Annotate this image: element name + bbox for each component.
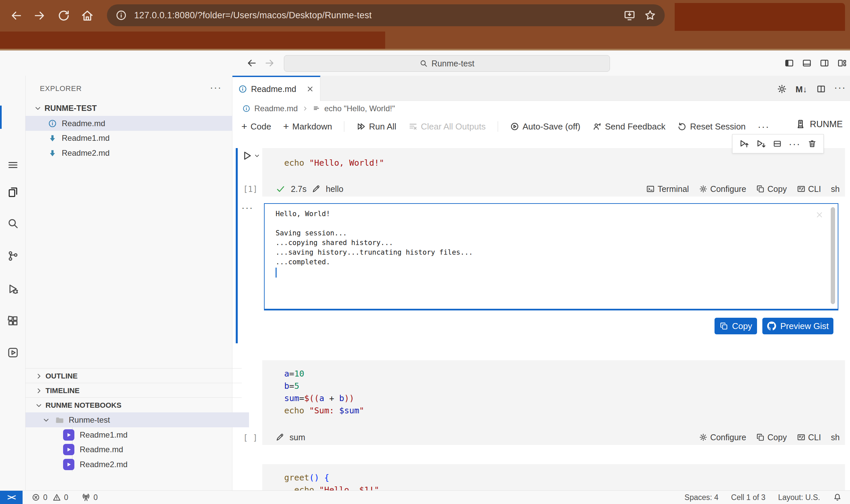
notebook-item-readme-md[interactable]: Readme.md [25,442,270,457]
browser-theme-frame-left [0,32,385,49]
open-markdown-preview-icon[interactable]: M↓ [796,84,807,95]
add-code-cell-button[interactable]: + Code [241,121,271,132]
url-text[interactable]: 127.0.0.1:8080/?folder=/Users/macos/Desk… [134,10,372,21]
output-scrollbar[interactable] [831,207,835,304]
cell-status-left: 2.7s hello [276,184,343,194]
auto-save-toggle[interactable]: Auto-Save (off) [510,122,580,132]
execute-above-icon[interactable] [739,139,749,149]
run-debug-icon[interactable] [7,283,19,295]
breadcrumb-file[interactable]: Readme.md [254,104,298,113]
run-all-button[interactable]: Run All [356,122,396,132]
cell-status-right: Configure Copy CLI sh [699,433,840,442]
split-cell-icon[interactable] [773,139,782,148]
screen-cast-icon[interactable] [623,9,635,21]
explorer-files-icon[interactable] [7,186,19,198]
history-back-icon[interactable] [246,58,257,68]
breadcrumb-cell[interactable]: echo "Hello, World!" [324,104,395,113]
editor-more-actions[interactable]: ··· [834,86,846,89]
customize-layout-icon[interactable] [837,58,847,68]
tree-item-readme1-md[interactable]: Readme1.md [25,130,255,145]
language-picker[interactable]: sh [831,184,840,194]
search-sidebar-icon[interactable] [7,217,19,230]
bookmark-star-icon[interactable] [644,9,656,21]
preview-gist-button[interactable]: Preview Gist [762,318,833,334]
run-options-chevron-icon[interactable] [254,152,260,159]
cell-more-actions[interactable]: ··· [789,142,800,145]
section-timeline[interactable]: TIMELINE [25,383,242,398]
pencil-icon [312,185,321,193]
output-copy-button[interactable]: Copy [715,318,757,334]
pencil-icon [276,433,284,442]
terminal-cursor [276,268,276,277]
configure-button[interactable]: Configure [699,433,746,442]
output-gutter-more[interactable]: ··· [241,206,253,209]
tab-close-icon[interactable] [306,85,314,93]
tree-item-readme-md[interactable]: Readme.md [25,116,255,131]
menu-hamburger-icon[interactable] [7,159,19,171]
history-forward-icon[interactable] [264,58,275,68]
add-markdown-cell-button[interactable]: + Markdown [283,121,332,132]
notebook-item-readme1-md[interactable]: Readme1.md [25,427,270,442]
cell-status-bar: sum Configure Copy CLI sh [262,430,845,445]
cli-button[interactable]: CLI [797,433,821,442]
keyboard-layout-status[interactable]: Layout: U.S. [778,493,820,502]
code-cell-1[interactable]: echo "Hello, World!" 2.7s hello Terminal [262,148,845,197]
browser-reload-icon[interactable] [57,9,70,22]
copy-button[interactable]: Copy [756,433,786,442]
tree-item-readme2-md[interactable]: Readme2.md [25,145,255,160]
code-cell-2[interactable]: a=10b=5sum=$((a + b))echo "Sum: $sum" su… [262,360,845,445]
browser-forward-icon[interactable] [33,9,46,22]
reset-session-button[interactable]: Reset Session [677,122,746,132]
cell-position-status[interactable]: Cell 1 of 3 [731,493,766,502]
command-center-search[interactable]: Runme-test [284,55,610,72]
command-center-label: Runme-test [431,59,474,68]
run-cell-button[interactable] [241,150,253,161]
cell-output-terminal[interactable]: Hello, World!Saving session......copying… [264,203,838,310]
tree-root-runme-test[interactable]: RUNME-TEST [25,101,241,115]
delete-cell-trash-icon[interactable] [808,139,817,148]
info-file-icon [242,105,250,112]
error-icon [32,493,40,502]
runme-notebooks-icon[interactable] [7,347,19,359]
source-control-icon[interactable] [7,250,19,262]
section-label: OUTLINE [46,372,78,380]
clear-all-outputs-button[interactable]: Clear All Outputs [409,122,486,132]
problems-status[interactable]: 0 0 0 [32,491,97,504]
execute-below-icon[interactable] [756,139,766,149]
notifications-bell-icon[interactable] [833,493,842,502]
send-feedback-button[interactable]: Send Feedback [592,122,665,132]
language-picker[interactable]: sh [831,433,840,442]
toggle-secondary-sidebar-icon[interactable] [819,58,829,68]
tab-readme-md[interactable]: Readme.md [232,76,321,101]
toggle-panel-icon[interactable] [802,58,812,68]
extensions-icon[interactable] [7,315,19,327]
cli-button[interactable]: CLI [797,184,821,194]
cell-code-editor[interactable]: greet() { echo "Hello, $1!" [262,464,845,490]
notebooks-folder-runme-test[interactable]: Runme-test [25,412,249,427]
toolbar-more-actions[interactable]: ··· [758,125,770,128]
remote-indicator[interactable]: >< [0,491,22,504]
notebook-settings-gear-icon[interactable] [777,84,787,94]
split-editor-icon[interactable] [816,84,826,94]
browser-home-icon[interactable] [81,9,94,22]
terminal-button[interactable]: Terminal [646,184,689,194]
section-runme-notebooks[interactable]: RUNME NOTEBOOKS [25,397,242,413]
cell-focus-indicator [236,148,238,343]
browser-back-icon[interactable] [10,9,22,22]
notebook-item-readme2-md[interactable]: Readme2.md [25,457,270,472]
status-bar: >< 0 0 0 Spaces: 4 Cell 1 of 3 Layout: U… [0,490,850,504]
section-outline[interactable]: OUTLINE [25,368,242,383]
code-cell-3[interactable]: greet() { echo "Hello, $1!" [262,464,845,490]
site-info-icon[interactable] [115,10,127,21]
indentation-status[interactable]: Spaces: 4 [685,493,719,502]
output-close-icon[interactable] [815,211,824,219]
configure-button[interactable]: Configure [699,184,746,194]
toggle-sidebar-icon[interactable] [784,58,794,68]
browser-address-bar[interactable]: 127.0.0.1:8080/?folder=/Users/macos/Desk… [107,4,665,26]
info-file-icon [238,85,247,93]
cell-name[interactable]: sum [290,433,305,442]
cell-code-editor[interactable]: a=10b=5sum=$((a + b))echo "Sum: $sum" [262,360,845,417]
cell-name[interactable]: hello [326,184,343,194]
copy-button[interactable]: Copy [756,184,786,194]
explorer-more-actions[interactable]: ··· [210,86,222,89]
